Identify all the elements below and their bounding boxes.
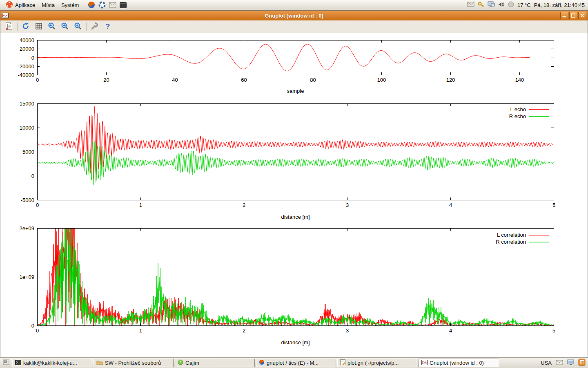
show-desktop-icon: [3, 359, 9, 366]
svg-text:3: 3: [346, 328, 349, 334]
svg-text:1: 1: [139, 328, 142, 334]
zoom-previous-icon: [48, 22, 56, 31]
top-panel: Aplikace Místa Systém 17 °C Pá, 18. září…: [0, 0, 588, 10]
svg-text:2: 2: [243, 202, 245, 208]
svg-text:0: 0: [31, 173, 34, 179]
svg-text:60: 60: [241, 77, 247, 83]
svg-text:1: 1: [139, 202, 142, 208]
help-button[interactable]: ?: [103, 22, 113, 31]
temperature-indicator[interactable]: 17 °C: [517, 2, 531, 8]
mail-icon[interactable]: [109, 2, 116, 8]
toolbar-separator: [86, 22, 87, 31]
plots-svg[interactable]: 020406080100120140-40000-200000200004000…: [0, 33, 588, 357]
display-icon[interactable]: [488, 1, 495, 9]
svg-text:4: 4: [449, 328, 452, 334]
svg-text:L echo: L echo: [510, 106, 526, 112]
taskbar: kaklik@kaklik-kolej-u... SW - Prohlížeč …: [0, 357, 588, 368]
svg-text:15000: 15000: [20, 101, 34, 107]
zoom-next-button[interactable]: [60, 22, 70, 31]
taskbar-item-gajim[interactable]: Gajim: [175, 359, 255, 367]
key-icon[interactable]: [478, 1, 484, 9]
toggle-grid-button[interactable]: [34, 22, 44, 31]
show-desktop-button[interactable]: [2, 359, 11, 367]
places-menu[interactable]: Místa: [38, 0, 58, 10]
applications-menu[interactable]: Aplikace: [2, 0, 38, 10]
applications-menu-label: Aplikace: [15, 2, 35, 8]
svg-text:20000: 20000: [20, 46, 34, 52]
wrench-icon: [91, 22, 99, 31]
mail-notification-icon[interactable]: [467, 2, 474, 8]
terminal-icon[interactable]: [120, 2, 127, 8]
weather-icon[interactable]: [508, 1, 514, 9]
taskbar-item-terminal[interactable]: kaklik@kaklik-kolej-u...: [12, 359, 92, 367]
svg-text:10000: 10000: [20, 125, 34, 131]
clock[interactable]: Pá, 18. září, 21:40:45: [534, 2, 585, 8]
svg-text:140: 140: [515, 77, 524, 83]
taskbar-item-firefox[interactable]: gnuplot / tics (E) - M...: [256, 359, 336, 367]
firefox-icon: [259, 359, 265, 366]
taskbar-item-label: SW - Prohlížeč souborů: [105, 360, 161, 366]
configure-button[interactable]: [90, 22, 100, 31]
panel-status-area: 17 °C Pá, 18. září, 21:40:45: [467, 1, 586, 9]
svg-text:3: 3: [346, 202, 349, 208]
svg-text:0: 0: [36, 202, 39, 208]
folder-icon: [96, 360, 103, 366]
trash-icon[interactable]: [578, 359, 586, 367]
plot-canvas[interactable]: 020406080100120140-40000-200000200004000…: [0, 33, 588, 357]
svg-text:0: 0: [36, 77, 39, 83]
mail-icon[interactable]: [556, 360, 563, 366]
volume-icon[interactable]: [498, 2, 505, 9]
svg-text:80: 80: [310, 77, 316, 83]
grid-icon: [35, 22, 42, 31]
help-icon[interactable]: [98, 1, 106, 9]
taskbar-item-label: plot.gn (~/projects/p...: [347, 360, 399, 366]
svg-text:0: 0: [31, 55, 34, 61]
svg-text:120: 120: [446, 77, 455, 83]
svg-text:40: 40: [172, 77, 178, 83]
firefox-icon[interactable]: [88, 1, 95, 9]
keyboard-layout-indicator[interactable]: USA: [541, 360, 552, 366]
taskbar-item-file-browser[interactable]: SW - Prohlížeč souborů: [94, 359, 174, 367]
copy-to-clipboard-button[interactable]: [4, 22, 14, 31]
titlebar[interactable]: Gnuplot (window id : 0): [0, 11, 588, 20]
taskbar-item-editor[interactable]: plot.gn (~/projects/p...: [337, 359, 417, 367]
svg-text:R correlation: R correlation: [496, 239, 526, 245]
maximize-button[interactable]: [569, 12, 577, 19]
minimize-button[interactable]: [560, 12, 568, 19]
svg-text:4: 4: [449, 202, 452, 208]
autoscale-button[interactable]: [73, 22, 83, 31]
window-controls: [560, 12, 586, 19]
taskbar-tray: USA: [541, 359, 586, 367]
taskbar-item-label: gnuplot / tics (E) - M...: [267, 360, 318, 366]
taskbar-item-label: kaklik@kaklik-kolej-u...: [23, 360, 77, 366]
svg-text:5: 5: [552, 328, 555, 334]
zoom-previous-button[interactable]: [47, 22, 57, 31]
gnuplot-window: Gnuplot (window id : 0): [0, 10, 588, 357]
svg-text:2e+09: 2e+09: [19, 225, 34, 231]
taskbar-item-label: Gnuplot (window id : 0): [430, 360, 484, 366]
svg-text:L correlation: L correlation: [497, 232, 526, 238]
system-menu[interactable]: Systém: [58, 0, 82, 10]
close-button[interactable]: [578, 12, 586, 19]
copy-icon: [5, 22, 13, 31]
panel-menus: Aplikace Místa Systém: [2, 0, 82, 10]
taskbar-item-gnuplot[interactable]: Gnuplot (window id : 0): [419, 359, 499, 367]
svg-text:0: 0: [36, 328, 39, 334]
taskbar-item-label: Gajim: [185, 360, 199, 366]
autoscale-icon: [74, 22, 82, 31]
help-question-icon: ?: [106, 22, 110, 31]
svg-text:0: 0: [31, 323, 34, 329]
svg-text:R echo: R echo: [509, 113, 526, 119]
svg-text:20: 20: [103, 77, 109, 83]
svg-text:5000: 5000: [22, 149, 34, 155]
svg-text:1e+09: 1e+09: [19, 274, 34, 280]
svg-text:-20000: -20000: [18, 63, 34, 70]
svg-text:-5000: -5000: [21, 197, 34, 203]
replot-button[interactable]: [21, 22, 31, 31]
ubuntu-logo-icon: [6, 1, 13, 9]
svg-text:distance [m]: distance [m]: [281, 214, 310, 220]
display-icon[interactable]: [567, 359, 574, 367]
gnuplot-icon: [421, 360, 428, 366]
panel-launchers: [88, 1, 127, 9]
gajim-icon: [178, 359, 183, 366]
